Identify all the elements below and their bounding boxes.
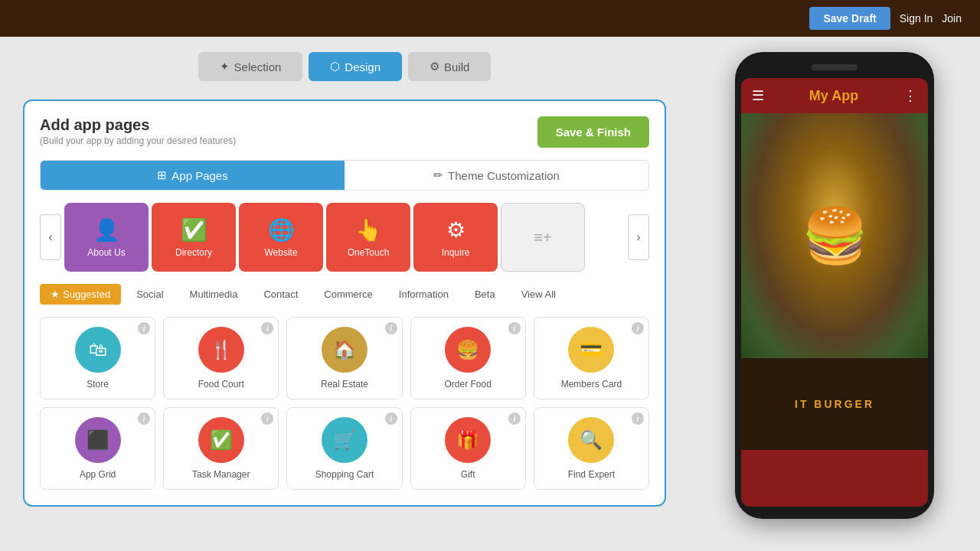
phone-frame: ☰ My App ⋮ 🍔 IT BURGER	[735, 52, 934, 519]
card-header-text: Add app pages (Build your app by adding …	[40, 116, 236, 146]
list-item[interactable]: i 🍔 Order Food	[410, 317, 526, 399]
sub-tabs: ⊞ App Pages ✏ Theme Customization	[40, 160, 649, 191]
join-link[interactable]: Join	[942, 12, 962, 24]
more-options-icon: ⋮	[903, 87, 917, 104]
tab-build[interactable]: ⚙ Build	[408, 52, 491, 81]
list-item[interactable]: i 🏠 Real Estate	[286, 317, 402, 399]
page-item-website[interactable]: 🌐 Website	[239, 203, 323, 272]
star-icon: ★	[51, 289, 60, 300]
top-bar: Save Draft Sign In Join	[0, 0, 980, 37]
list-item[interactable]: i 🔍 Find Expert	[534, 407, 649, 490]
sub-tab-app-pages[interactable]: ⊞ App Pages	[41, 161, 345, 190]
info-icon: i	[508, 322, 521, 334]
carousel-next-button[interactable]: ›	[628, 214, 649, 260]
info-icon: i	[138, 322, 150, 334]
list-item[interactable]: i 💳 Members Card	[534, 317, 649, 399]
carousel-prev-button[interactable]: ‹	[40, 214, 61, 260]
edit-icon: ✏	[433, 168, 443, 182]
order-food-icon: 🍔	[445, 327, 491, 373]
phone-bottom-branding: IT BURGER	[741, 358, 928, 450]
inquire-icon: ⚙	[446, 217, 466, 243]
pages-list: 👤 About Us ✅ Directory 🌐 Website 👆 OneTo…	[64, 203, 625, 272]
builder-card: Add app pages (Build your app by adding …	[23, 99, 666, 507]
step-tabs: ✦ Selection ⬡ Design ⚙ Build	[23, 52, 666, 81]
hamburger-menu-icon: ☰	[752, 87, 764, 104]
left-panel: ✦ Selection ⬡ Design ⚙ Build Add app pag…	[0, 37, 689, 551]
list-item[interactable]: i ⬛ App Grid	[40, 407, 155, 490]
list-item[interactable]: i ✅ Task Manager	[163, 407, 279, 490]
info-icon: i	[138, 412, 150, 425]
app-items-grid-row1: i 🛍 Store i 🍴 Food Court i 🏠 Real Estate…	[40, 317, 649, 399]
sub-tab-theme-customization[interactable]: ✏ Theme Customization	[345, 161, 648, 190]
members-card-icon: 💳	[568, 327, 614, 373]
app-grid-icon: ⬛	[75, 417, 121, 463]
list-item[interactable]: i 🛒 Shopping Cart	[286, 407, 402, 490]
category-tabs: ★ Suggested Social Multimedia Contact Co…	[40, 284, 649, 305]
burger-brand-label: IT BURGER	[795, 398, 874, 410]
directory-icon: ✅	[181, 217, 207, 243]
store-icon: 🛍	[75, 327, 121, 373]
card-header: Add app pages (Build your app by adding …	[40, 116, 649, 148]
category-information[interactable]: Information	[388, 284, 459, 305]
page-item-directory[interactable]: ✅ Directory	[152, 203, 236, 272]
task-manager-icon: ✅	[198, 417, 244, 463]
about-us-icon: 👤	[93, 217, 120, 243]
website-icon: 🌐	[268, 217, 295, 243]
info-icon: i	[508, 412, 521, 425]
sign-in-link[interactable]: Sign In	[900, 12, 933, 24]
info-icon: i	[632, 322, 644, 334]
info-icon: i	[385, 412, 397, 425]
selection-icon: ✦	[220, 60, 230, 73]
gift-icon: 🎁	[445, 417, 491, 463]
pages-carousel: ‹ 👤 About Us ✅ Directory 🌐 Website	[40, 203, 649, 272]
shopping-cart-icon: 🛒	[322, 417, 368, 463]
onetouch-icon: 👆	[355, 217, 382, 243]
phone-food-image: 🍔	[741, 113, 928, 358]
list-item[interactable]: i 🛍 Store	[40, 317, 155, 399]
page-item-about-us[interactable]: 👤 About Us	[64, 203, 149, 272]
phone-app-header: ☰ My App ⋮	[741, 78, 928, 113]
list-item[interactable]: i 🎁 Gift	[410, 407, 526, 490]
card-subtitle: (Build your app by adding your desired f…	[40, 135, 236, 146]
food-court-icon: 🍴	[198, 327, 244, 373]
category-beta[interactable]: Beta	[464, 284, 506, 305]
phone-app-title: My App	[809, 88, 858, 104]
category-social[interactable]: Social	[126, 284, 174, 305]
info-icon: i	[385, 322, 397, 334]
tab-design[interactable]: ⬡ Design	[309, 52, 402, 81]
list-item[interactable]: i 🍴 Food Court	[163, 317, 279, 399]
app-pages-icon: ⊞	[157, 168, 167, 182]
page-item-inquire[interactable]: ⚙ Inquire	[413, 203, 498, 272]
category-multimedia[interactable]: Multimedia	[179, 284, 249, 305]
card-title: Add app pages	[40, 116, 236, 134]
burger-emoji: 🍔	[741, 113, 928, 358]
page-add-button[interactable]: ≡+	[501, 203, 585, 272]
right-panel: ☰ My App ⋮ 🍔 IT BURGER	[689, 37, 980, 551]
real-estate-icon: 🏠	[322, 327, 368, 373]
tab-selection[interactable]: ✦ Selection	[198, 52, 303, 81]
category-suggested[interactable]: ★ Suggested	[40, 284, 121, 305]
save-draft-button[interactable]: Save Draft	[809, 7, 890, 30]
category-commerce[interactable]: Commerce	[313, 284, 384, 305]
design-icon: ⬡	[330, 60, 340, 73]
main-content: ✦ Selection ⬡ Design ⚙ Build Add app pag…	[0, 37, 980, 551]
add-page-icon: ≡+	[534, 229, 551, 246]
category-view-all[interactable]: View All	[511, 284, 567, 305]
app-items-grid-row2: i ⬛ App Grid i ✅ Task Manager i 🛒 Shoppi…	[40, 407, 649, 490]
find-expert-icon: 🔍	[568, 417, 614, 463]
info-icon: i	[261, 322, 273, 334]
info-icon: i	[261, 412, 273, 425]
build-icon: ⚙	[430, 60, 439, 73]
page-item-onetouch[interactable]: 👆 OneTouch	[326, 203, 410, 272]
info-icon: i	[632, 412, 644, 425]
phone-speaker	[812, 64, 858, 70]
category-contact[interactable]: Contact	[253, 284, 309, 305]
save-finish-button[interactable]: Save & Finish	[537, 116, 649, 148]
phone-screen: ☰ My App ⋮ 🍔 IT BURGER	[741, 78, 928, 507]
